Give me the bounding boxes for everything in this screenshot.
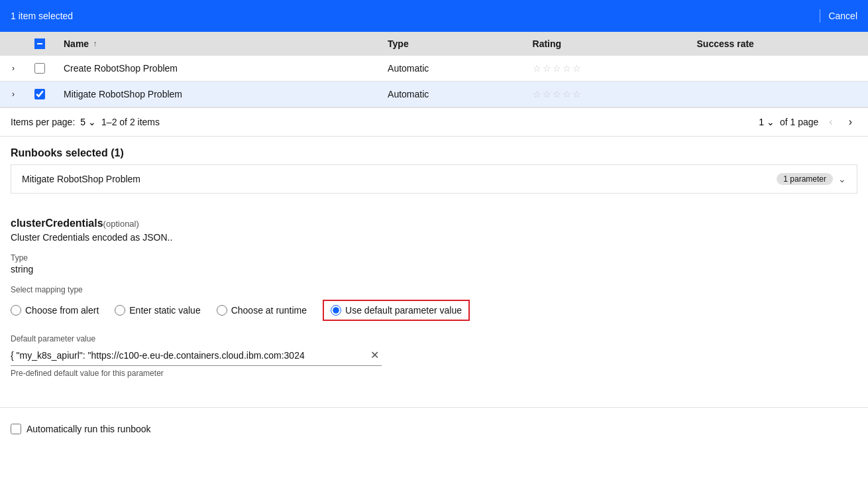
default-value-input[interactable]	[11, 350, 368, 361]
runbooks-selected-title: Runbooks selected (1)	[11, 147, 857, 159]
expand-header	[0, 32, 27, 56]
param-name: clusterCredentials(optional)	[11, 217, 857, 229]
sort-icon[interactable]: ↑	[93, 39, 97, 48]
cancel-button[interactable]: Cancel	[828, 11, 857, 21]
runbooks-table: Name ↑ Type Rating Success rate › Cre	[0, 32, 868, 107]
items-range: 1–2 of 2 items	[101, 117, 160, 127]
expand-row-2-button[interactable]: ›	[11, 88, 16, 100]
auto-run-row: Automatically run this runbook	[0, 418, 868, 440]
radio-enter-static-input[interactable]	[115, 305, 125, 316]
pagination-right: 1 ⌄ of 1 page ‹ ›	[759, 113, 857, 131]
param-description: Cluster Credentials encoded as JSON..	[11, 232, 857, 243]
row-2-success	[686, 82, 868, 107]
radio-choose-from-alert-input[interactable]	[11, 305, 21, 316]
radio-choose-runtime-input[interactable]	[217, 305, 227, 316]
radio-choose-runtime[interactable]: Choose at runtime	[217, 305, 307, 316]
runbook-row-right: 1 parameter ⌄	[777, 173, 846, 185]
pagination-left: Items per page: 5 ⌄ 1–2 of 2 items	[11, 117, 160, 127]
radio-enter-static[interactable]: Enter static value	[115, 305, 200, 316]
param-type-value: string	[11, 264, 857, 274]
row-1-rating: ☆☆☆☆☆	[522, 56, 686, 82]
row-2-name: Mitigate RobotShop Problem	[53, 82, 377, 107]
default-value-label: Default parameter value	[11, 334, 857, 343]
section-divider	[0, 407, 868, 408]
auto-run-label: Automatically run this runbook	[27, 424, 151, 434]
runbook-row[interactable]: Mitigate RobotShop Problem 1 parameter ⌄	[11, 164, 857, 194]
top-bar-actions: Cancel	[820, 9, 857, 23]
items-per-page-select[interactable]: 5 ⌄	[80, 117, 96, 127]
selected-count: 1 item selected	[11, 11, 73, 21]
default-value-input-row: ✕	[11, 347, 382, 366]
table-row: › Create RobotShop Problem Automatic ☆☆☆…	[0, 56, 868, 82]
runbook-name: Mitigate RobotShop Problem	[22, 174, 140, 184]
pagination-bar: Items per page: 5 ⌄ 1–2 of 2 items 1 ⌄ o…	[0, 108, 868, 137]
mapping-type-label: Select mapping type	[11, 285, 857, 294]
default-value-section: Default parameter value ✕ Pre-defined de…	[11, 334, 857, 378]
row-2-checkbox[interactable]	[34, 89, 45, 99]
radio-choose-from-alert[interactable]: Choose from alert	[11, 305, 99, 316]
row-1-name: Create RobotShop Problem	[53, 56, 377, 82]
chevron-down-icon: ⌄	[767, 117, 775, 127]
success-rate-header: Success rate	[686, 32, 868, 56]
name-header: Name ↑	[53, 32, 377, 56]
top-bar: 1 item selected Cancel	[0, 0, 868, 32]
row-2-rating: ☆☆☆☆☆	[522, 82, 686, 107]
expand-row-1-button[interactable]: ›	[11, 62, 16, 74]
select-all-header[interactable]	[27, 32, 53, 56]
runbooks-selected-section: Runbooks selected (1) Mitigate RobotShop…	[0, 137, 868, 204]
default-hint: Pre-defined default value for this param…	[11, 369, 857, 378]
auto-run-checkbox[interactable]	[11, 424, 21, 434]
row-2-type: Automatic	[377, 82, 521, 107]
row-1-checkbox[interactable]	[34, 63, 45, 74]
next-page-button[interactable]: ›	[843, 113, 857, 131]
table-row: › Mitigate RobotShop Problem Automatic ☆…	[0, 82, 868, 107]
radio-use-default[interactable]: Use default parameter value	[323, 300, 470, 321]
total-pages: of 1 page	[780, 117, 818, 127]
page-select[interactable]: 1 ⌄	[759, 117, 775, 127]
row-1-success	[686, 56, 868, 82]
param-type-label: Type	[11, 253, 857, 263]
radio-use-default-input[interactable]	[331, 305, 341, 316]
rating-header: Rating	[522, 32, 686, 56]
param-section: clusterCredentials(optional) Cluster Cre…	[0, 204, 868, 396]
prev-page-button[interactable]: ‹	[824, 113, 838, 131]
param-badge: 1 parameter	[777, 173, 833, 185]
mapping-radio-group: Choose from alert Enter static value Cho…	[11, 300, 857, 321]
items-per-page-label: Items per page:	[11, 117, 75, 127]
clear-value-button[interactable]: ✕	[368, 347, 382, 363]
runbooks-table-container: Name ↑ Type Rating Success rate › Cre	[0, 32, 868, 108]
select-all-checkbox[interactable]	[34, 38, 45, 49]
type-header: Type	[377, 32, 521, 56]
row-1-type: Automatic	[377, 56, 521, 82]
chevron-down-icon: ⌄	[88, 117, 96, 127]
expand-runbook-icon: ⌄	[838, 174, 846, 184]
top-bar-divider	[820, 9, 820, 23]
